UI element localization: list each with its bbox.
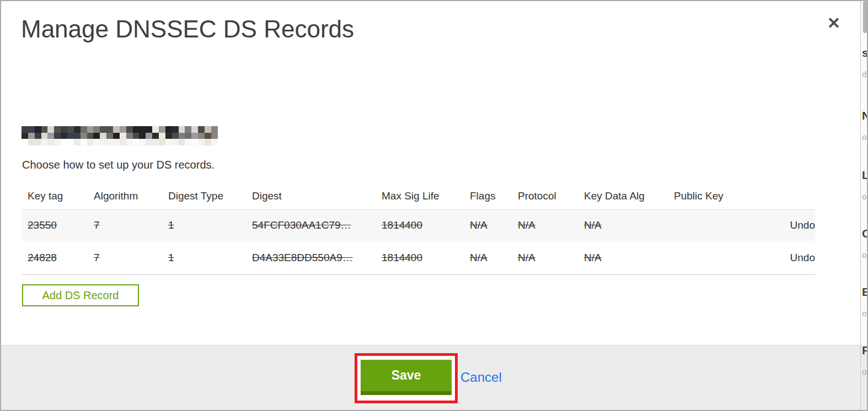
instruction-text: Choose how to set up your DS records.	[22, 159, 215, 171]
header-algorithm: Algorithm	[88, 190, 163, 202]
background-text-fragment: C	[862, 227, 867, 240]
cell-key-data-alg: N/A	[578, 219, 668, 231]
save-button[interactable]: Save	[361, 360, 452, 395]
header-max-sig-life: Max Sig Life	[376, 190, 464, 202]
background-page-sliver: sdNoLoCoEoPo	[860, 1, 867, 410]
undo-link[interactable]: Undo	[790, 252, 815, 264]
header-digest-type: Digest Type	[163, 190, 247, 202]
undo-link[interactable]: Undo	[790, 219, 815, 231]
table-row: 24828 7 1 D4A33E8DD550A9… 1814400 N/A N/…	[22, 241, 815, 275]
cell-key-tag: 24828	[22, 252, 88, 264]
cell-digest: 54FCF030AA1C79…	[247, 219, 376, 231]
background-link-fragment: d	[862, 69, 866, 79]
background-link-fragment: o	[862, 192, 866, 201]
header-key-tag: Key tag	[22, 190, 88, 202]
cell-max-sig-life: 1814400	[376, 219, 464, 231]
background-text-fragment: L	[862, 169, 867, 182]
cell-digest-type: 1	[163, 252, 247, 264]
header-digest: Digest	[247, 190, 376, 202]
background-text-fragment: P	[862, 344, 867, 357]
close-icon: ✕	[827, 14, 840, 32]
cell-algorithm: 7	[88, 219, 163, 231]
cell-digest-type: 1	[163, 219, 247, 231]
cell-flags: N/A	[464, 252, 512, 264]
background-link-fragment: o	[862, 309, 866, 318]
cell-digest: D4A33E8DD550A9…	[247, 252, 376, 264]
background-link-fragment: o	[862, 367, 866, 376]
header-flags: Flags	[464, 190, 512, 202]
cell-algorithm: 7	[88, 252, 163, 264]
header-protocol: Protocol	[512, 190, 578, 202]
scrollbar-thumb[interactable]	[863, 1, 867, 33]
cell-protocol: N/A	[512, 219, 578, 231]
cell-key-tag: 23550	[22, 219, 88, 231]
cell-key-data-alg: N/A	[578, 252, 668, 264]
cell-protocol: N/A	[512, 252, 578, 264]
dialog-screenshot: Manage DNSSEC DS Records ✕ Choose how to…	[0, 0, 868, 411]
cell-flags: N/A	[464, 219, 512, 231]
modal-footer: Save Cancel	[1, 345, 861, 410]
cancel-link[interactable]: Cancel	[460, 370, 502, 385]
manage-dnssec-modal: Manage DNSSEC DS Records ✕ Choose how to…	[1, 1, 861, 410]
redacted-domain	[22, 126, 218, 145]
modal-title: Manage DNSSEC DS Records	[21, 15, 354, 43]
background-link-fragment: o	[862, 132, 866, 142]
background-text-fragment: N	[862, 109, 867, 122]
close-button[interactable]: ✕	[823, 12, 845, 34]
background-link-fragment: o	[862, 250, 866, 259]
cell-max-sig-life: 1814400	[376, 252, 464, 264]
table-header-row: Key tag Algorithm Digest Type Digest Max…	[22, 183, 815, 209]
background-text-fragment: E	[862, 285, 867, 299]
background-text-fragment: s	[862, 46, 867, 60]
add-ds-record-button[interactable]: Add DS Record	[22, 284, 139, 306]
annotation-highlight-box: Save	[355, 353, 458, 403]
header-public-key: Public Key	[668, 190, 750, 202]
header-key-data-alg: Key Data Alg	[578, 190, 668, 202]
ds-records-table: Key tag Algorithm Digest Type Digest Max…	[22, 183, 815, 275]
table-row: 23550 7 1 54FCF030AA1C79… 1814400 N/A N/…	[22, 209, 815, 241]
